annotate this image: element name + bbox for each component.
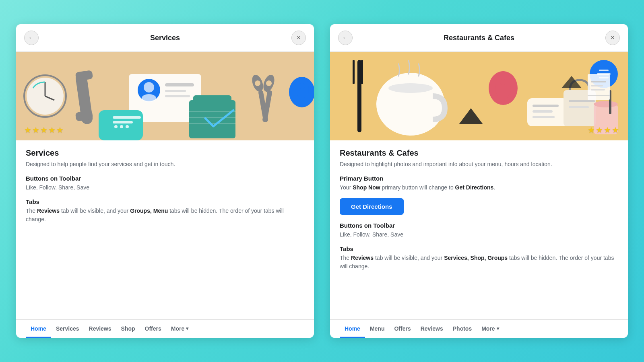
- services-section-title: Services: [26, 148, 304, 158]
- restaurants-primary-btn-desc: Your Shop Now primary button will change…: [340, 183, 618, 192]
- tab-reviews[interactable]: Reviews: [84, 320, 116, 338]
- tab-reviews-r[interactable]: Reviews: [416, 320, 448, 338]
- restaurants-card: ← Restaurants & Cafes ×: [330, 24, 628, 338]
- services-section-desc: Designed to help people find your servic…: [26, 160, 304, 169]
- svg-rect-53: [599, 70, 609, 71]
- restaurants-section-desc: Designed to highlight photos and importa…: [340, 160, 618, 169]
- restaurants-header: ← Restaurants & Cafes ×: [330, 24, 628, 52]
- restaurants-stars: ★★★★: [588, 125, 620, 135]
- restaurants-body: Restaurants & Cafes Designed to highligh…: [330, 140, 628, 319]
- svg-rect-12: [165, 83, 194, 86]
- get-directions-button[interactable]: Get Directions: [340, 198, 404, 215]
- restaurants-toolbar-title: Buttons on Toolbar: [340, 222, 618, 229]
- svg-rect-39: [361, 60, 363, 84]
- svg-rect-62: [591, 81, 606, 82]
- svg-rect-38: [353, 60, 355, 84]
- services-tabs-bar: Home Services Reviews Shop Offers More: [16, 319, 314, 338]
- restaurants-tabs-bold2: Services, Shop, Groups: [444, 255, 508, 261]
- svg-rect-51: [569, 106, 589, 108]
- services-tabs-text: The Reviews tab will be visible, and you…: [26, 207, 304, 224]
- svg-rect-13: [165, 90, 186, 92]
- restaurants-tabs-bold1: Reviews: [351, 255, 374, 261]
- svg-rect-47: [533, 110, 553, 113]
- restaurants-hero-svg: [330, 52, 628, 140]
- svg-point-57: [594, 101, 618, 107]
- restaurants-title: Restaurants & Cafes: [444, 34, 514, 42]
- tab-home[interactable]: Home: [26, 320, 51, 338]
- services-tabs-title: Tabs: [26, 198, 304, 205]
- svg-rect-48: [533, 116, 555, 118]
- tab-offers[interactable]: Offers: [140, 320, 166, 338]
- svg-point-33: [114, 125, 118, 128]
- svg-rect-61: [588, 74, 610, 100]
- restaurants-tabs-text: The Reviews tab will be visible, and you…: [340, 254, 618, 271]
- services-card: ← Services ×: [16, 24, 314, 338]
- svg-rect-16: [193, 95, 231, 103]
- svg-rect-37: [357, 60, 361, 132]
- tab-more[interactable]: More: [166, 320, 193, 338]
- svg-rect-46: [533, 105, 559, 107]
- svg-point-34: [120, 125, 123, 128]
- restaurants-primary-btn-title: Primary Button: [340, 175, 618, 182]
- svg-rect-64: [591, 89, 605, 90]
- services-header: ← Services ×: [16, 24, 314, 52]
- tab-home-r[interactable]: Home: [340, 320, 365, 338]
- services-toolbar-text: Like, Follow, Share, Save: [26, 183, 304, 192]
- services-tabs-bold1: Reviews: [37, 208, 60, 214]
- svg-rect-15: [189, 100, 235, 138]
- services-close-button[interactable]: ×: [291, 31, 306, 45]
- services-stars: ★★★★★: [24, 125, 64, 135]
- services-body: Services Designed to help people find yo…: [16, 140, 314, 319]
- restaurants-close-button[interactable]: ×: [605, 31, 620, 45]
- restaurants-section-title: Restaurants & Cafes: [340, 148, 618, 158]
- services-toolbar-title: Buttons on Toolbar: [26, 175, 304, 182]
- services-tabs-bold2: Groups, Menu: [130, 208, 168, 214]
- tab-menu-r[interactable]: Menu: [365, 320, 390, 338]
- svg-point-11: [142, 94, 156, 102]
- svg-point-35: [126, 125, 129, 128]
- services-title: Services: [150, 34, 180, 42]
- tab-services[interactable]: Services: [51, 320, 84, 338]
- svg-rect-14: [165, 95, 190, 97]
- svg-point-10: [144, 82, 154, 93]
- services-back-button[interactable]: ←: [24, 31, 39, 45]
- restaurants-tabs-title: Tabs: [340, 245, 618, 252]
- services-hero: ★★★★★: [16, 52, 314, 140]
- tab-more-r[interactable]: More: [477, 320, 504, 338]
- svg-point-40: [376, 73, 445, 136]
- restaurants-new-btn-label: Get Directions: [455, 184, 494, 191]
- svg-point-41: [388, 83, 433, 93]
- tab-offers-r[interactable]: Offers: [389, 320, 415, 338]
- svg-rect-63: [591, 85, 603, 86]
- restaurants-hero: ★★★★: [330, 52, 628, 140]
- restaurants-old-btn-label: Shop Now: [353, 184, 380, 191]
- svg-rect-29: [99, 110, 143, 140]
- restaurants-toolbar-text: Like, Follow, Share, Save: [340, 230, 618, 239]
- restaurants-back-button[interactable]: ←: [338, 31, 353, 45]
- tab-shop[interactable]: Shop: [116, 320, 140, 338]
- tab-photos-r[interactable]: Photos: [448, 320, 477, 338]
- svg-point-44: [500, 79, 506, 85]
- svg-rect-32: [113, 121, 133, 123]
- restaurants-tabs-bar: Home Menu Offers Reviews Photos More: [330, 319, 628, 338]
- svg-rect-50: [569, 100, 595, 102]
- svg-point-28: [299, 83, 305, 89]
- svg-rect-31: [113, 116, 141, 119]
